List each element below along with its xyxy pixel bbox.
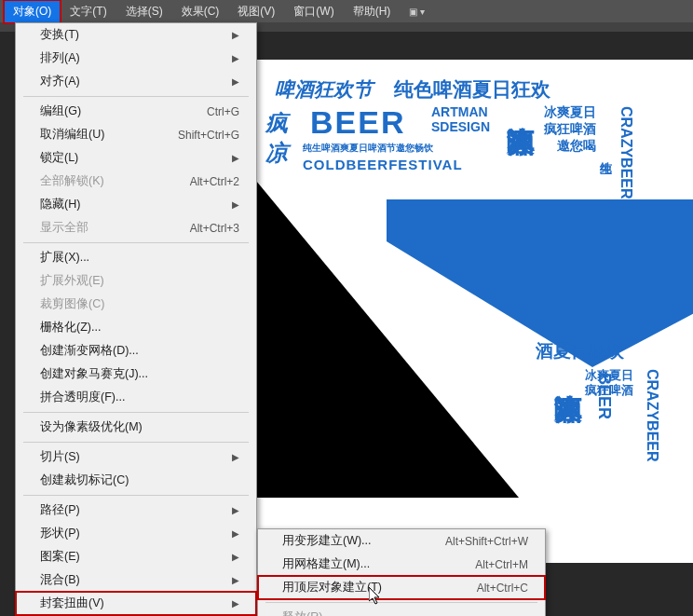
menu-hide[interactable]: 隐藏(H)▶ <box>16 193 256 216</box>
chevron-right-icon: ▶ <box>232 76 239 87</box>
deco-text: 疯凉 <box>265 108 288 168</box>
menu-show-all: 显示全部Alt+Ctrl+3 <box>16 216 256 240</box>
menu-type[interactable]: 文字(T) <box>61 0 116 23</box>
menu-crop-image: 裁剪图像(C) <box>16 293 256 316</box>
menu-pattern[interactable]: 图案(E)▶ <box>16 545 256 568</box>
menu-slice[interactable]: 切片(S)▶ <box>16 445 256 469</box>
separator <box>23 412 249 413</box>
menu-select[interactable]: 选择(S) <box>116 0 172 23</box>
submenu-make-with-top-object[interactable]: 用顶层对象建立(T)Alt+Ctrl+C <box>258 576 545 599</box>
deco-text: CRAZYBEER <box>644 369 660 462</box>
menu-pixel-perfect[interactable]: 设为像素级优化(M) <box>16 416 256 439</box>
artboard: 啤酒狂欢节 纯色啤酒夏日狂欢 疯凉 BEER ARTMAN SDESIGN 纯生… <box>256 60 693 563</box>
deco-text: 酒夏日狂欢 <box>536 339 624 363</box>
menu-effect[interactable]: 效果(C) <box>172 0 229 23</box>
menu-path[interactable]: 路径(P)▶ <box>16 499 256 522</box>
separator <box>265 602 537 603</box>
chevron-right-icon: ▶ <box>232 528 239 539</box>
menu-expand-appearance: 扩展外观(E) <box>16 269 256 293</box>
deco-text: BEER <box>594 373 614 419</box>
menu-trim-marks[interactable]: 创建裁切标记(C) <box>16 469 256 492</box>
deco-text: BEER <box>310 104 405 141</box>
chevron-right-icon: ▶ <box>232 598 239 609</box>
cursor-icon <box>369 587 384 609</box>
deco-text: COLDBEERFESTIVAL <box>303 157 463 172</box>
menu-blend[interactable]: 混合(B)▶ <box>16 568 256 592</box>
menu-envelope-distort[interactable]: 封套扭曲(V)▶ <box>16 592 256 615</box>
submenu-release: 释放(R) <box>258 606 545 616</box>
deco-text: 冰爽夏日 <box>544 104 596 121</box>
deco-text: 疯狂啤酒 <box>544 121 596 138</box>
chevron-right-icon: ▶ <box>232 199 239 210</box>
submenu-make-with-warp[interactable]: 用变形建立(W)...Alt+Shift+Ctrl+W <box>258 529 545 553</box>
submenu-make-with-mesh[interactable]: 用网格建立(M)...Alt+Ctrl+M <box>258 553 545 576</box>
menu-arrange[interactable]: 排列(A)▶ <box>16 47 256 70</box>
menu-transform[interactable]: 变换(T)▶ <box>16 23 256 47</box>
menu-object[interactable]: 对象(O) <box>4 0 61 23</box>
deco-text: 邀您喝 <box>557 138 596 155</box>
menu-gradient-mesh[interactable]: 创建渐变网格(D)... <box>16 339 256 363</box>
menu-group[interactable]: 编组(G)Ctrl+G <box>16 100 256 123</box>
envelope-submenu: 用变形建立(W)...Alt+Shift+Ctrl+W 用网格建立(M)...A… <box>257 528 546 616</box>
menu-rasterize[interactable]: 栅格化(Z)... <box>16 316 256 339</box>
menu-flatten-transparency[interactable]: 拼合透明度(F)... <box>16 386 256 409</box>
menu-view[interactable]: 视图(V) <box>228 0 284 23</box>
menu-expand[interactable]: 扩展(X)... <box>16 246 256 269</box>
deco-text: CRAZYBEER <box>618 106 634 199</box>
chevron-right-icon: ▶ <box>232 153 239 163</box>
deco-text: ARTMAN <box>431 104 488 119</box>
deco-text: 纯生啤酒爽夏日啤酒节邀您畅饮 <box>303 142 433 155</box>
menu-align[interactable]: 对齐(A)▶ <box>16 70 256 93</box>
chevron-right-icon: ▶ <box>232 30 239 40</box>
deco-text: 啤酒狂欢节 <box>275 76 373 103</box>
menu-help[interactable]: 帮助(H) <box>344 0 401 23</box>
menubar: 对象(O) 文字(T) 选择(S) 效果(C) 视图(V) 窗口(W) 帮助(H… <box>0 0 693 22</box>
menu-window[interactable]: 窗口(W) <box>284 0 343 23</box>
chevron-right-icon: ▶ <box>232 552 239 562</box>
separator <box>23 96 249 97</box>
menu-lock[interactable]: 锁定(L)▶ <box>16 146 256 170</box>
separator <box>23 495 249 496</box>
deco-text: 纯色啤酒夏日狂欢 <box>394 76 550 103</box>
deco-text: SDESIGN <box>431 119 490 134</box>
workspace-switcher-icon[interactable]: ▣ ▾ <box>409 7 425 17</box>
menu-unlock-all: 全部解锁(K)Alt+Ctrl+2 <box>16 170 256 193</box>
menu-shape[interactable]: 形状(P)▶ <box>16 522 256 545</box>
menu-object-mosaic[interactable]: 创建对象马赛克(J)... <box>16 363 256 386</box>
chevron-right-icon: ▶ <box>232 505 239 515</box>
object-dropdown: 变换(T)▶ 排列(A)▶ 对齐(A)▶ 编组(G)Ctrl+G 取消编组(U)… <box>15 22 257 616</box>
menu-ungroup[interactable]: 取消编组(U)Shift+Ctrl+G <box>16 123 256 146</box>
chevron-right-icon: ▶ <box>232 53 239 63</box>
separator <box>23 242 249 243</box>
chevron-right-icon: ▶ <box>232 575 239 585</box>
chevron-right-icon: ▶ <box>232 452 239 462</box>
separator <box>23 442 249 443</box>
